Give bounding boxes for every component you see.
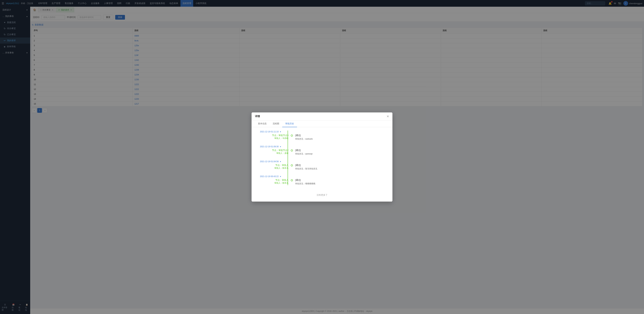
timeline-dot xyxy=(291,179,293,181)
approver-name: 审批人：孟新 xyxy=(260,152,288,155)
time-arrow: ▼ xyxy=(280,131,281,133)
approval-comment: 审批意见：sadsads xyxy=(295,138,388,140)
approver-name: 审批人：马培松 xyxy=(260,137,288,140)
timeline-left: 节点：审批节点2 审批人：孟新 xyxy=(260,149,288,155)
timeline-time: 2021-12-19 01:04:56 ▼ xyxy=(260,160,388,163)
node-name: 节点：审批节点3 xyxy=(260,134,288,137)
time-text: 2021-12-19 01:04:56 xyxy=(260,160,278,163)
timeline-right: [通过] 审批意见：sadsads xyxy=(295,134,388,140)
node-name: 节点：审批节点2 xyxy=(260,149,288,152)
timeline-content: 节点：审批人 审批人：陈冬瓜 [通过] 审批意见：哦哦哦哦哦 xyxy=(260,179,388,185)
time-text: 2021-12-19 01:09:30 xyxy=(260,145,278,148)
timeline-content: 节点：审批人 审批人：陈冬瓜 [通过] 审批意见：暂无审批意见 xyxy=(260,164,388,170)
approval-comment: 审批意见：哦哦哦哦哦 xyxy=(295,182,388,185)
timeline-wrapper: 2021-12-19 01:11:10 ▼ 节点：审批节点3 审批人：马培松 [… xyxy=(256,131,388,185)
time-text: 2021-12-19 01:11:10 xyxy=(260,131,278,133)
timeline: 2021-12-19 01:11:10 ▼ 节点：审批节点3 审批人：马培松 [… xyxy=(256,131,388,185)
timeline-right: [通过] 审批意见：暂无审批意见 xyxy=(295,164,388,170)
timeline-right: [通过] 审批意见：哦哦哦哦哦 xyxy=(295,179,388,185)
timeline-time: 2021-12-19 01:09:30 ▼ xyxy=(260,145,388,148)
modal-tab-basic[interactable]: 基本信息 xyxy=(255,120,270,127)
time-arrow: ▼ xyxy=(280,161,281,163)
timeline-dot xyxy=(291,164,293,166)
timeline-item: 2021-12-19 01:04:56 ▼ 节点：审批人 审批人：陈冬瓜 [通过… xyxy=(260,160,388,170)
approval-comment: 审批意见：qwewqe xyxy=(295,152,388,155)
modal-overlay[interactable]: 详情 ✕ 基本信息 流程图 审批历史 2021-12-19 01:11:10 ▼… xyxy=(0,0,644,314)
approval-status: [通过] xyxy=(295,164,388,167)
approver-name: 审批人：陈冬瓜 xyxy=(260,182,288,185)
approval-comment: 审批意见：暂无审批意见 xyxy=(295,167,388,170)
timeline-item: 2021-12-19 01:11:10 ▼ 节点：审批节点3 审批人：马培松 [… xyxy=(260,131,388,140)
timeline-dot xyxy=(291,149,293,151)
node-name: 节点：审批人 xyxy=(260,164,288,167)
timeline-content: 节点：审批节点2 审批人：孟新 [通过] 审批意见：qwewqe xyxy=(260,149,388,155)
node-name: 节点：审批人 xyxy=(260,179,288,182)
timeline-left: 节点：审批人 审批人：陈冬瓜 xyxy=(260,164,288,170)
modal-tabs: 基本信息 流程图 审批历史 xyxy=(252,120,392,127)
time-arrow: ▼ xyxy=(280,146,281,148)
modal-tab-history[interactable]: 审批历史 xyxy=(282,120,297,127)
timeline-time: 2021-12-19 00:43:22 ▼ xyxy=(260,175,388,178)
timeline-time: 2021-12-19 01:11:10 ▼ xyxy=(260,131,388,133)
approver-name: 审批人：陈冬瓜 xyxy=(260,167,288,170)
approval-status: [通过] xyxy=(295,134,388,137)
timeline-content: 节点：审批节点3 审批人：马培松 [通过] 审批意见：sadsads xyxy=(260,134,388,140)
modal-header: 详情 ✕ xyxy=(252,112,392,120)
timeline-left: 节点：审批节点3 审批人：马培松 xyxy=(260,134,288,140)
modal-tab-flowchart[interactable]: 流程图 xyxy=(270,120,282,127)
approval-status: [通过] xyxy=(295,179,388,182)
time-text: 2021-12-19 00:43:22 xyxy=(260,175,278,178)
timeline-item: 2021-12-19 00:43:22 ▼ 节点：审批人 审批人：陈冬瓜 [通过… xyxy=(260,175,388,185)
modal-title: 详情 xyxy=(255,115,260,118)
no-more-label: 没有更多了 xyxy=(256,190,388,198)
timeline-item: 2021-12-19 01:09:30 ▼ 节点：审批节点2 审批人：孟新 [通… xyxy=(260,145,388,155)
modal-body: 2021-12-19 01:11:10 ▼ 节点：审批节点3 审批人：马培松 [… xyxy=(252,127,392,202)
approval-status: [通过] xyxy=(295,149,388,152)
time-arrow: ▼ xyxy=(280,176,281,177)
timeline-dot xyxy=(291,135,293,137)
timeline-right: [通过] 审批意见：qwewqe xyxy=(295,149,388,155)
modal-close-button[interactable]: ✕ xyxy=(386,115,389,118)
timeline-left: 节点：审批人 审批人：陈冬瓜 xyxy=(260,179,288,185)
modal-dialog: 详情 ✕ 基本信息 流程图 审批历史 2021-12-19 01:11:10 ▼… xyxy=(252,112,392,202)
